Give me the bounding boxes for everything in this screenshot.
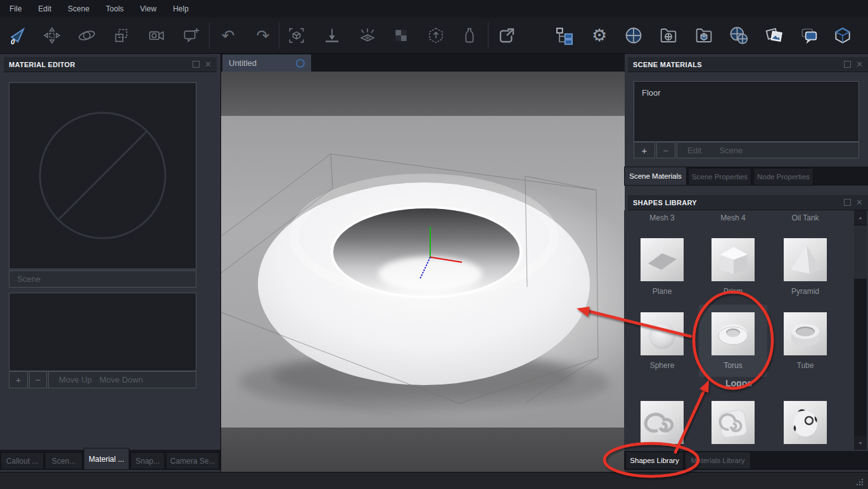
orbit-tool-icon[interactable]: [76, 25, 98, 46]
menu-scene[interactable]: Scene: [60, 0, 98, 18]
maximize-icon[interactable]: [193, 61, 200, 68]
shape-thumb-plane[interactable]: [641, 238, 684, 281]
tab-scene-materials[interactable]: Scene Materials: [624, 167, 687, 186]
add-material-button[interactable]: +: [634, 142, 655, 158]
maximize-icon[interactable]: [844, 199, 851, 206]
edit-material-button[interactable]: Edit: [687, 146, 701, 155]
remove-layer-button[interactable]: −: [29, 371, 47, 388]
material-editor-panel: MATERIAL EDITOR ✕ Scene + − Move Up Move…: [0, 54, 220, 472]
shape-thumb-tube[interactable]: [784, 312, 827, 355]
maximize-icon[interactable]: [844, 61, 851, 68]
shape-label: Sphere: [630, 361, 694, 370]
tab-scene-properties[interactable]: Scene Properties: [688, 168, 751, 186]
render-bottom-band: [221, 428, 625, 472]
material-layer-list[interactable]: [9, 293, 196, 371]
share-export-icon[interactable]: [496, 25, 518, 46]
scene-tabstrip: Scene Materials Scene Properties Node Pr…: [624, 167, 868, 186]
shape-thumb-swirl-logo[interactable]: [641, 401, 684, 444]
document-tab-untitled[interactable]: Untitled: [222, 54, 311, 72]
tab-shapes-library[interactable]: Shapes Library: [625, 452, 684, 469]
shapes-library-title: SHAPES LIBRARY: [633, 199, 697, 206]
shape-thumb-owl-character[interactable]: [784, 401, 827, 444]
add-callout-tool-icon[interactable]: [181, 25, 202, 46]
material-sphere-panel-icon[interactable]: [623, 25, 644, 46]
objects-library-folder-icon[interactable]: [693, 25, 715, 46]
shape-thumb-torus[interactable]: [712, 312, 755, 355]
scene-materials-title: SCENE MATERIALS: [633, 61, 702, 68]
shape-thumb-rounded-square-logo[interactable]: [712, 401, 755, 444]
add-layer-button[interactable]: +: [9, 371, 28, 388]
checkerboard-render-icon[interactable]: [390, 25, 412, 46]
tab-node-properties[interactable]: Node Properties: [753, 168, 814, 186]
scrollbar-thumb[interactable]: [854, 225, 867, 279]
tab-materials-library[interactable]: Materials Library: [685, 452, 751, 469]
simulation-cube-icon[interactable]: [425, 25, 447, 46]
right-panel: SCENE MATERIALS ✕ Floor + − Edit Scene S…: [624, 54, 868, 472]
toolbar-separator: [488, 23, 488, 49]
layer-actions-bar: Move Up Move Down: [48, 371, 196, 388]
scatter-tool-icon[interactable]: [357, 25, 378, 46]
scroll-down-icon[interactable]: ▼: [854, 436, 867, 450]
undo-icon[interactable]: ↶: [217, 25, 239, 46]
scene-tree-panel-icon[interactable]: [554, 25, 575, 46]
viewport: Untitled: [220, 54, 624, 472]
shape-thumb-sphere[interactable]: [641, 312, 684, 355]
shape-thumb-pyramid[interactable]: [784, 238, 827, 281]
material-preview: [9, 82, 196, 269]
select-badge: 0: [11, 38, 15, 45]
camera-indicator-icon[interactable]: [296, 59, 305, 68]
select-cursor-icon[interactable]: 0: [6, 25, 28, 46]
scene-material-button[interactable]: Scene: [719, 146, 743, 155]
menu-view[interactable]: View: [132, 0, 165, 18]
shape-label: Mesh 3: [630, 213, 694, 222]
material-library-folder-icon[interactable]: [658, 25, 679, 46]
tab-snap[interactable]: Snap...: [131, 452, 165, 469]
torus-render: [221, 116, 625, 428]
close-icon[interactable]: ✕: [856, 60, 863, 68]
scene-button-label: Scene: [17, 274, 41, 284]
objects-cube-panel-icon[interactable]: [832, 25, 853, 46]
tab-camera-settings[interactable]: Camera Se...: [166, 452, 219, 469]
document-tab-label: Untitled: [229, 58, 257, 68]
menu-edit[interactable]: Edit: [30, 0, 60, 18]
bottle-object-icon[interactable]: [459, 25, 480, 46]
render-top-band: [221, 72, 625, 116]
duplicate-tool-icon[interactable]: [111, 25, 132, 46]
render-canvas[interactable]: [221, 116, 625, 428]
environment-spheres-icon[interactable]: [728, 25, 750, 46]
drop-to-ground-icon[interactable]: [321, 25, 343, 46]
menu-tools[interactable]: Tools: [98, 0, 132, 18]
tab-callout[interactable]: Callout ...: [1, 452, 44, 469]
zoom-fit-icon[interactable]: [286, 25, 307, 46]
document-tabbar: Untitled: [221, 54, 625, 72]
camera-tool-icon[interactable]: [146, 25, 167, 46]
settings-panel-icon[interactable]: ⚙: [589, 25, 610, 46]
images-panel-icon[interactable]: [763, 25, 785, 46]
menu-file[interactable]: File: [1, 0, 30, 18]
shapes-scrollbar[interactable]: ▲ ▼: [854, 210, 867, 450]
material-list-item[interactable]: Floor: [642, 88, 851, 98]
shape-label: Pyramid: [774, 287, 837, 296]
redo-icon[interactable]: ↷: [252, 25, 274, 46]
shapes-library-grid[interactable]: Mesh 3 Mesh 4 Oil Tank Plane Prism Pyram…: [624, 210, 854, 450]
callouts-panel-icon[interactable]: [798, 25, 820, 46]
shape-thumb-prism[interactable]: [712, 238, 755, 281]
move-tool-icon[interactable]: [41, 25, 63, 46]
toolbar-separator: [279, 23, 279, 49]
menu-help[interactable]: Help: [165, 0, 197, 18]
resize-grip-icon[interactable]: [855, 478, 864, 486]
scroll-up-icon[interactable]: ▲: [854, 210, 867, 224]
toolbar-separator: [209, 23, 210, 49]
move-down-button[interactable]: Move Down: [99, 375, 143, 384]
scene-button[interactable]: Scene: [9, 270, 196, 288]
tab-scene[interactable]: Scen...: [45, 452, 82, 469]
tab-material[interactable]: Material ...: [84, 448, 129, 470]
close-icon[interactable]: ✕: [205, 60, 212, 68]
move-up-button[interactable]: Move Up: [59, 375, 92, 384]
close-icon[interactable]: ✕: [856, 198, 863, 206]
status-bar: [0, 472, 868, 489]
scene-materials-list[interactable]: Floor: [634, 81, 859, 142]
remove-material-button[interactable]: −: [656, 142, 675, 158]
shape-label-torus: Torus: [701, 361, 765, 370]
library-tabstrip: Shapes Library Materials Library: [624, 451, 868, 470]
